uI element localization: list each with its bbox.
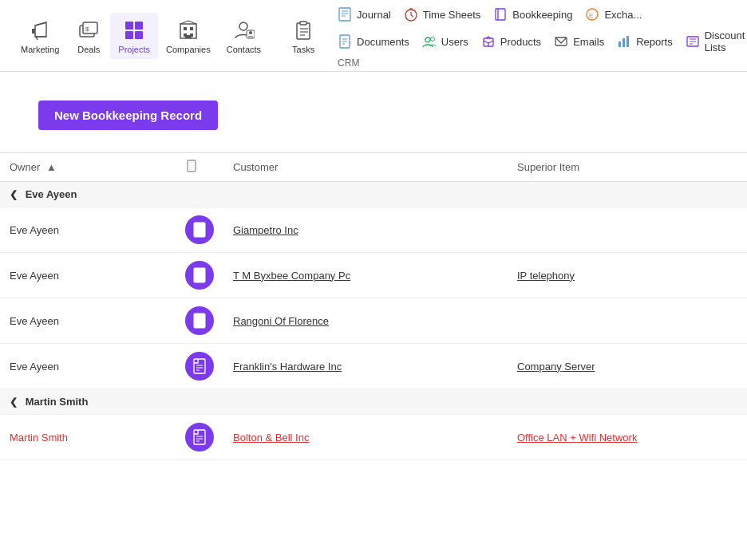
svg-rect-25 [297, 23, 310, 39]
table-row: Eve Ayeen Franklin's Hardware Inc Compan… [0, 344, 747, 389]
group-chevron[interactable]: ❮ [10, 189, 18, 200]
nav-companies[interactable]: Companies [158, 13, 219, 59]
superior-cell [508, 207, 747, 253]
new-record-button[interactable]: New Bookkeeping Record [38, 101, 218, 130]
avatar [185, 306, 214, 335]
svg-rect-51 [619, 41, 621, 47]
grid-icon [121, 18, 147, 43]
col-header-doc [176, 153, 223, 182]
users-icon [422, 34, 437, 49]
superior-cell [508, 298, 747, 344]
avatar [185, 215, 214, 244]
person-icon [231, 18, 256, 43]
customer-cell: Rangoni Of Florence [223, 298, 508, 344]
crm-journal[interactable]: Journal [331, 3, 397, 26]
customer-cell: T M Byxbee Company Pc [223, 253, 508, 298]
customer-link[interactable]: Rangoni Of Florence [233, 315, 329, 327]
svg-line-2 [35, 22, 46, 26]
svg-text:$: $ [85, 26, 89, 33]
exchange-icon: E [585, 7, 599, 22]
crm-discount-lists[interactable]: Discount Lists [679, 26, 747, 57]
crm-section: Journal Time Sheets [331, 0, 747, 71]
nav-marketing[interactable]: Marketing [13, 13, 67, 59]
nav-deals[interactable]: $ Deals [67, 13, 110, 59]
avatar [185, 352, 214, 381]
doc-cell [176, 415, 223, 460]
crm-timesheets-label: Time Sheets [423, 9, 481, 21]
crm-documents-label: Documents [357, 36, 409, 48]
doc-cell [176, 207, 223, 253]
svg-point-47 [430, 37, 434, 41]
crm-users[interactable]: Users [416, 26, 475, 57]
clock-icon [404, 7, 418, 22]
crm-timesheets[interactable]: Time Sheets [397, 3, 488, 26]
customer-link[interactable]: Bolton & Bell Inc [233, 432, 309, 444]
group-row-eve-ayeen: ❮ Eve Ayeen [0, 182, 747, 207]
superior-link[interactable]: Office LAN + Wifi Network [517, 432, 637, 444]
nav-projects[interactable]: Projects [110, 13, 158, 59]
superior-link[interactable]: IP telephony [517, 270, 575, 282]
crm-users-label: Users [441, 36, 468, 48]
nav-tasks[interactable]: Tasks [282, 13, 325, 59]
customer-link[interactable]: Giampetro Inc [233, 224, 298, 236]
crm-bookkeeping[interactable]: Bookkeeping [487, 3, 579, 26]
nav-contacts-label: Contacts [227, 45, 261, 54]
customer-link[interactable]: T M Byxbee Company Pc [233, 270, 350, 282]
svg-rect-30 [339, 8, 350, 21]
owner-cell: Eve Ayeen [0, 253, 176, 298]
building-icon [176, 18, 201, 43]
svg-rect-15 [190, 27, 193, 30]
owner-cell: Eve Ayeen [0, 298, 176, 344]
crm-documents[interactable]: Documents [331, 26, 416, 57]
svg-rect-53 [626, 36, 629, 47]
svg-rect-38 [496, 9, 505, 20]
superior-cell: IP telephony [508, 253, 747, 298]
main-nav-section: Marketing $ Deals Projects [6, 0, 275, 71]
crm-reports[interactable]: Reports [611, 26, 679, 57]
table-row: Eve Ayeen Giampetro Inc [0, 207, 747, 253]
group-chevron[interactable]: ❮ [10, 396, 18, 408]
box-icon [481, 34, 496, 49]
bookkeeping-table: Owner ▲ Customer Superior Item ❮ [0, 152, 747, 460]
superior-link[interactable]: Company Server [517, 361, 595, 373]
group-label: Martin Smith [26, 396, 89, 408]
main-content: New Bookkeeping Record Owner ▲ Customer … [0, 72, 747, 460]
customer-cell: Giampetro Inc [223, 207, 508, 253]
tasks-nav-section: Tasks [275, 0, 331, 71]
svg-rect-11 [125, 31, 133, 39]
svg-rect-75 [194, 430, 205, 444]
doc-cell [176, 253, 223, 298]
crm-exchange-label: Excha... [604, 9, 642, 21]
group-row-martin-smith: ❮ Martin Smith [0, 389, 747, 415]
coin-icon: $ [76, 18, 101, 43]
svg-line-36 [411, 15, 413, 17]
col-header-owner[interactable]: Owner ▲ [0, 153, 176, 182]
table-row: Martin Smith Bolton & Bell Inc Office LA… [0, 415, 747, 460]
email-icon [554, 34, 568, 49]
customer-link[interactable]: Franklin's Hardware Inc [233, 361, 342, 373]
crm-emails-label: Emails [573, 36, 604, 48]
chart-icon [617, 34, 631, 49]
svg-rect-71 [194, 359, 205, 373]
nav-tasks-label: Tasks [292, 45, 314, 54]
crm-exchange[interactable]: E Excha... [579, 3, 648, 26]
svg-rect-4 [32, 29, 35, 34]
nav-marketing-label: Marketing [21, 45, 59, 54]
svg-rect-12 [135, 31, 143, 39]
clipboard-icon [290, 18, 316, 43]
sort-arrow-owner: ▲ [46, 161, 57, 173]
svg-rect-14 [184, 27, 187, 30]
svg-point-23 [249, 31, 252, 34]
svg-rect-9 [125, 22, 133, 30]
crm-emails[interactable]: Emails [547, 26, 611, 57]
nav-contacts[interactable]: Contacts [219, 13, 269, 59]
customer-cell: Bolton & Bell Inc [223, 415, 508, 460]
col-header-customer: Customer [223, 153, 508, 182]
nav-companies-label: Companies [166, 45, 211, 54]
svg-rect-10 [135, 22, 143, 30]
svg-point-46 [425, 37, 430, 42]
owner-cell: Eve Ayeen [0, 207, 176, 253]
crm-products-label: Products [500, 36, 541, 48]
svg-rect-52 [622, 38, 625, 47]
crm-products[interactable]: Products [475, 26, 547, 57]
